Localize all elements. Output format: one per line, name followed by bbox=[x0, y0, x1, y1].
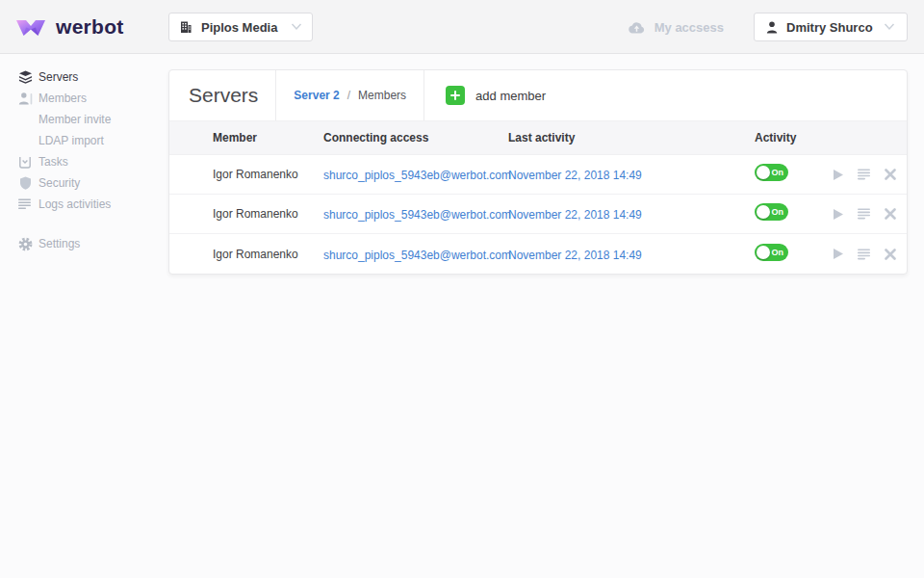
logo-text: werbot bbox=[56, 15, 124, 39]
my-access-link[interactable]: My accsess bbox=[628, 0, 724, 54]
access-link[interactable]: shurco_piplos_5943eb@werbot.com bbox=[323, 208, 511, 222]
sidebar-item-security[interactable]: Security bbox=[0, 172, 168, 194]
toggle-state-label: On bbox=[772, 248, 784, 257]
activity-toggle[interactable]: On bbox=[755, 203, 788, 221]
sidebar-item-label: Servers bbox=[38, 70, 78, 84]
add-member-button[interactable]: add member bbox=[446, 86, 546, 105]
details-icon[interactable] bbox=[858, 249, 871, 260]
member-name: Igor Romanenko bbox=[213, 168, 323, 181]
sidebar-item-label: Tasks bbox=[38, 155, 68, 169]
servers-icon bbox=[17, 69, 33, 85]
divider bbox=[424, 70, 424, 120]
toggle-knob bbox=[757, 205, 770, 219]
plus-icon bbox=[446, 86, 465, 105]
breadcrumb-current: Members bbox=[358, 89, 406, 102]
details-icon[interactable] bbox=[858, 169, 871, 180]
logo: werbot bbox=[14, 0, 124, 54]
sidebar-item-label: Settings bbox=[38, 237, 80, 250]
sidebar-spacer bbox=[0, 215, 168, 233]
chevron-down-icon bbox=[884, 23, 895, 31]
panel-header: Servers Server 2 / Members add member bbox=[169, 70, 907, 120]
toggle-knob bbox=[757, 246, 770, 259]
werbot-logo-icon bbox=[14, 15, 47, 39]
column-last-activity: Last activity bbox=[508, 131, 755, 144]
app-header: werbot Piplos Media My accsess bbox=[0, 0, 924, 54]
delete-icon[interactable] bbox=[885, 169, 896, 180]
activity-toggle[interactable]: On bbox=[755, 244, 788, 261]
breadcrumb-separator: / bbox=[347, 89, 350, 102]
last-activity-link[interactable]: November 22, 2018 14:49 bbox=[508, 169, 642, 182]
column-connecting-access: Connecting access bbox=[323, 131, 508, 144]
logs-icon bbox=[17, 197, 33, 212]
gear-icon bbox=[17, 236, 33, 251]
building-icon bbox=[179, 20, 192, 34]
member-name: Igor Romanenko bbox=[213, 207, 323, 221]
toggle-knob bbox=[757, 166, 770, 179]
sidebar-item-label: Security bbox=[38, 176, 80, 190]
workspace-dropdown[interactable]: Piplos Media bbox=[168, 13, 313, 41]
sidebar-item-member-invite[interactable]: Member invite bbox=[0, 109, 168, 130]
table-row: Igor Romanenko shurco_piplos_5943eb@werb… bbox=[169, 234, 907, 274]
last-activity-link[interactable]: November 22, 2018 14:49 bbox=[508, 249, 642, 262]
add-member-label: add member bbox=[475, 89, 546, 103]
access-link[interactable]: shurco_piplos_5943eb@werbot.com bbox=[323, 249, 511, 262]
column-member: Member bbox=[213, 131, 323, 144]
delete-icon[interactable] bbox=[885, 249, 896, 260]
table-row: Igor Romanenko shurco_piplos_5943eb@werb… bbox=[169, 155, 907, 195]
sidebar-item-members[interactable]: Members bbox=[0, 88, 168, 109]
divider bbox=[275, 70, 276, 120]
breadcrumb-server-link[interactable]: Server 2 bbox=[294, 89, 339, 102]
table-row: Igor Romanenko shurco_piplos_5943eb@werb… bbox=[169, 195, 907, 234]
sidebar-item-ldap-import[interactable]: LDAP import bbox=[0, 130, 168, 151]
toggle-state-label: On bbox=[772, 207, 784, 217]
my-access-label: My accsess bbox=[654, 20, 724, 35]
cloud-upload-icon bbox=[628, 20, 646, 34]
play-icon[interactable] bbox=[832, 208, 844, 221]
sidebar: Servers Members Member invite LDAP impor… bbox=[0, 54, 168, 254]
details-icon[interactable] bbox=[858, 208, 871, 220]
sidebar-item-label: Logs activities bbox=[38, 197, 111, 211]
toggle-state-label: On bbox=[772, 168, 784, 177]
play-icon[interactable] bbox=[832, 169, 844, 181]
activity-toggle[interactable]: On bbox=[755, 164, 788, 181]
members-icon bbox=[17, 91, 33, 106]
delete-icon[interactable] bbox=[885, 208, 896, 220]
table-header: Member Connecting access Last activity A… bbox=[169, 120, 907, 155]
sidebar-item-label: LDAP import bbox=[38, 134, 104, 147]
user-name: Dmitry Shurco bbox=[786, 20, 873, 35]
workspace-label: Piplos Media bbox=[201, 20, 277, 35]
servers-panel: Servers Server 2 / Members add member Me… bbox=[168, 69, 908, 275]
last-activity-link[interactable]: November 22, 2018 14:49 bbox=[508, 208, 642, 222]
sidebar-item-servers[interactable]: Servers bbox=[0, 66, 168, 88]
sidebar-item-tasks[interactable]: Tasks bbox=[0, 151, 168, 172]
breadcrumb: Server 2 / Members bbox=[294, 89, 406, 102]
sidebar-item-logs[interactable]: Logs activities bbox=[0, 194, 168, 215]
sidebar-item-label: Members bbox=[38, 92, 87, 105]
shield-icon bbox=[17, 175, 33, 191]
user-dropdown[interactable]: Dmitry Shurco bbox=[754, 13, 908, 41]
access-link[interactable]: shurco_piplos_5943eb@werbot.com bbox=[323, 169, 511, 182]
member-name: Igor Romanenko bbox=[213, 248, 323, 261]
sidebar-item-label: Member invite bbox=[38, 113, 111, 126]
column-activity: Activity bbox=[755, 131, 832, 144]
page-title: Servers bbox=[189, 84, 258, 107]
chevron-down-icon bbox=[291, 23, 302, 31]
user-icon bbox=[766, 21, 778, 34]
play-icon[interactable] bbox=[832, 248, 844, 260]
tasks-icon bbox=[17, 154, 33, 170]
sidebar-item-settings[interactable]: Settings bbox=[0, 233, 168, 254]
